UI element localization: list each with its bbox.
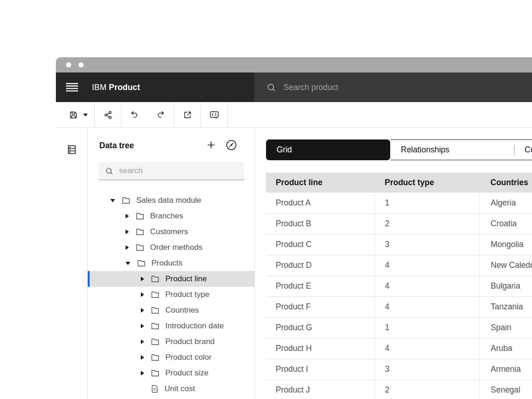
table-cell: 2 [375,213,479,234]
table-row: Product I3Armenia [266,359,532,380]
grid-header: Product lineProduct typeCountries [266,173,532,193]
menu-icon[interactable] [66,83,78,92]
tree-item[interactable]: Order methods [88,240,254,255]
folder-icon [122,197,130,204]
caret-right-icon[interactable] [126,230,129,234]
tree-item[interactable]: Introduction date [88,318,254,334]
table-cell: Product B [266,213,375,234]
launch-icon[interactable] [183,110,192,120]
table-row: Product A1Algeria [266,193,532,213]
caret-right-icon[interactable] [141,292,144,297]
tree-item[interactable]: Product brand [88,334,254,350]
table-cell: Product I [266,359,375,380]
table-cell: 1 [375,317,479,338]
share-icon[interactable] [103,110,113,120]
code-check-icon[interactable] [209,110,219,120]
table-cell: Bulgaria [479,276,532,296]
header-search[interactable] [254,73,532,102]
tree-item[interactable]: Product line [88,271,254,287]
tree-item-label: Sales data module [136,196,201,205]
table-cell: Armenia [479,359,532,380]
tree-item[interactable]: Customers [88,224,254,240]
tree-item[interactable]: Product size [88,365,254,381]
folder-icon [151,307,159,314]
launch-group [174,102,201,127]
tree-item-label: Countries [165,306,199,315]
app-title-name: Product [109,83,140,92]
table-cell: 4 [375,255,479,276]
panel-title: Data tree [99,141,134,151]
folder-icon [136,244,144,251]
save-dropdown-caret[interactable] [83,114,88,116]
catalog-icon[interactable] [67,145,77,155]
tab-custom-tables[interactable]: Custom tables [514,139,532,160]
folder-icon [137,260,145,267]
caret-down-icon[interactable] [126,262,130,265]
content-switcher: GridRelationshipsCustom tables [266,139,532,160]
tab-relationships[interactable]: Relationships [390,139,514,160]
table-cell: Mongolia [479,234,532,255]
caret-right-icon[interactable] [141,339,144,344]
caret-down-icon[interactable] [110,199,115,202]
column-header[interactable]: Product type [375,173,479,193]
table-cell: Algeria [479,193,532,213]
caret-right-icon[interactable] [141,371,144,375]
table-row: Product J2Senegal [266,380,532,399]
search-icon [266,83,276,92]
table-cell: Croatia [479,213,532,234]
caret-spacer [139,386,145,392]
save-icon[interactable] [69,110,78,120]
add-icon[interactable] [207,141,215,149]
table-cell: Product G [266,317,375,338]
caret-right-icon[interactable] [141,355,144,360]
app-header: IBM Product [56,73,532,102]
grid-header-row: Product lineProduct typeCountries [266,173,532,193]
table-cell: 4 [375,338,479,359]
window-control-dot[interactable] [79,62,84,67]
table-cell: Tanzania [479,296,532,317]
tree-item[interactable]: Countries [88,302,254,318]
folder-icon [136,212,144,220]
tree-item-label: Branches [150,212,183,221]
table-cell: New Caledonia [479,255,532,276]
table-cell: Product H [266,338,375,359]
caret-right-icon[interactable] [126,245,129,250]
table-row: Product G1Spain [266,317,532,338]
tree-search[interactable] [99,162,244,180]
tree-item[interactable]: Branches [88,208,254,224]
table-cell: Product F [266,296,375,317]
table-cell: 4 [375,296,479,317]
compass-icon[interactable] [225,139,237,151]
tree-item[interactable]: Sales data module [88,193,254,208]
column-header[interactable]: Countries [479,173,532,193]
table-cell: Product A [266,193,375,213]
folder-icon [151,275,159,283]
table-row: Product B2Croatia [266,213,532,234]
table-cell: 2 [375,380,479,399]
caret-right-icon[interactable] [126,214,129,218]
tree-item-label: Product type [165,290,209,299]
tree-item[interactable]: Product type [88,287,254,302]
folder-icon [151,338,159,345]
window-titlebar[interactable] [56,57,532,73]
tree-search-input[interactable] [119,166,235,175]
header-search-input[interactable] [284,83,478,92]
table-cell: Product D [266,255,375,276]
data-tree-panel: Data tree Sales data moduleBranchesCusto… [88,128,255,399]
header-brand-section: IBM Product [56,73,254,102]
tree-item[interactable]: Unit cost [88,381,254,397]
folder-icon [151,369,159,377]
undo-icon[interactable] [129,110,139,119]
tab-grid[interactable]: Grid [266,139,390,160]
window-control-dot[interactable] [66,62,71,67]
caret-right-icon[interactable] [141,308,144,313]
tree-item[interactable]: Products [88,255,254,271]
tree-item-label: Product size [165,369,209,378]
caret-right-icon[interactable] [141,324,144,328]
redo-icon[interactable] [156,110,166,119]
column-header[interactable]: Product line [266,173,375,193]
tree-item[interactable]: Product color [88,350,254,365]
tree-list: Sales data moduleBranchesCustomersOrder … [88,193,254,397]
content-area: Data tree Sales data moduleBranchesCusto… [56,128,532,399]
caret-right-icon[interactable] [141,277,144,281]
